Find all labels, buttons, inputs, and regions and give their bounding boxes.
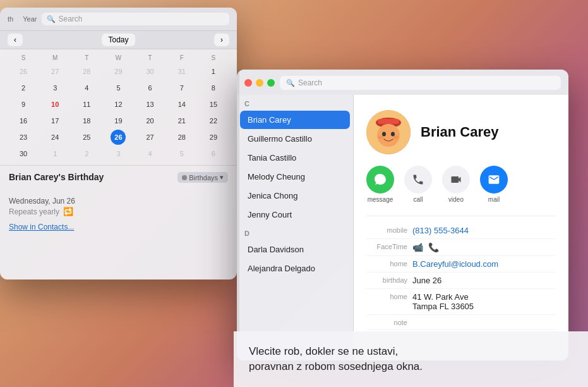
action-video[interactable]: video (442, 166, 470, 203)
contacts-search-icon: 🔍 (286, 79, 295, 87)
maximize-button[interactable] (267, 79, 275, 87)
action-message[interactable]: message (366, 166, 394, 203)
cal-cell[interactable]: 12 (111, 97, 126, 112)
video-icon (450, 173, 462, 186)
cal-prev-btn[interactable]: ‹ (8, 34, 23, 46)
cal-cell[interactable]: 5 (111, 80, 126, 95)
mail-label: mail (488, 196, 500, 203)
contacts-search-bar[interactable]: 🔍 Search (280, 76, 561, 90)
cal-cell[interactable]: 11 (79, 97, 94, 112)
contact-item-darla-davidson[interactable]: Darla Davidson (240, 240, 350, 259)
cal-nav-period: th Year (8, 15, 37, 23)
cal-cell[interactable]: 29 (111, 64, 126, 79)
cal-cell[interactable]: 28 (174, 130, 189, 145)
contacts-body: C Brian Carey Guillermo Castillo Tania C… (237, 95, 568, 360)
cal-week-2: 2 3 4 5 6 7 8 (8, 80, 229, 95)
cal-cell[interactable]: 6 (143, 80, 158, 95)
field-value-mobile[interactable]: (813) 555-3644 (412, 226, 469, 235)
cal-cell[interactable]: 24 (47, 130, 63, 145)
contact-item-melody-cheung[interactable]: Melody Cheung (240, 168, 350, 186)
contacts-list: C Brian Carey Guillermo Castillo Tania C… (237, 95, 354, 360)
message-icon (373, 173, 387, 187)
cal-cell[interactable]: 4 (79, 80, 94, 95)
cal-cell[interactable]: 2 (79, 146, 94, 161)
cal-cell[interactable]: 23 (16, 130, 31, 145)
field-note: note (366, 315, 556, 330)
action-call[interactable]: call (404, 166, 432, 203)
contact-item-jenica-chong[interactable]: Jenica Chong (240, 187, 350, 205)
cal-repeat-icon: 🔁 (63, 207, 73, 216)
call-icon-circle (404, 166, 432, 194)
cal-cell[interactable]: 17 (47, 113, 63, 128)
cal-cell[interactable]: 30 (16, 146, 31, 161)
facetime-phone-icon[interactable]: 📞 (428, 242, 439, 252)
cal-day-t1: T (71, 54, 102, 61)
cal-week-5: 23 24 25 26 27 28 29 (8, 130, 229, 145)
show-in-contacts-link[interactable]: Show in Contacts... (9, 223, 74, 231)
cal-cell[interactable]: 30 (143, 64, 158, 79)
cal-day-w: W (102, 54, 134, 61)
cal-cell[interactable]: 4 (143, 146, 158, 161)
svg-point-5 (391, 132, 395, 137)
detail-actions: message call video (366, 166, 556, 203)
cal-cell[interactable]: 7 (174, 80, 189, 95)
cal-week-1: 26 27 28 29 30 31 1 (8, 64, 229, 79)
cal-cell[interactable]: 25 (79, 130, 94, 145)
cal-cell[interactable]: 18 (79, 113, 94, 128)
cal-cell[interactable]: 22 (206, 113, 221, 128)
field-birthday: birthday June 26 (366, 273, 556, 289)
cal-cell[interactable]: 3 (111, 146, 126, 161)
cal-cell[interactable]: 3 (47, 80, 63, 95)
cal-cell[interactable]: 16 (16, 113, 31, 128)
contact-item-guillermo-castillo[interactable]: Guillermo Castillo (240, 130, 350, 148)
cal-cell[interactable]: 5 (174, 146, 189, 161)
cal-cell[interactable]: 28 (79, 64, 94, 79)
call-label: call (413, 196, 423, 203)
cal-cell[interactable]: 9 (16, 97, 31, 112)
cal-cell[interactable]: 13 (143, 97, 158, 112)
action-mail[interactable]: mail (480, 166, 508, 203)
svg-point-7 (393, 136, 399, 139)
traffic-lights (244, 79, 275, 87)
cal-today-btn[interactable]: Today (102, 34, 135, 46)
message-label: message (368, 196, 393, 203)
cal-calendar-label: Birthdays (189, 174, 218, 181)
contact-item-tania-castillo[interactable]: Tania Castillo (240, 149, 350, 167)
cal-cell-today[interactable]: 10 (47, 97, 63, 112)
cal-cell[interactable]: 1 (206, 64, 221, 79)
cal-next-btn[interactable]: › (214, 34, 229, 46)
section-header-c: C (237, 95, 353, 110)
cal-cell[interactable]: 26 (16, 64, 31, 79)
cal-day-s1: S (8, 54, 39, 61)
cal-cell[interactable]: 14 (174, 97, 189, 112)
cal-days-header: S M T W T F S (8, 54, 229, 61)
message-icon-circle (366, 166, 394, 194)
cal-cell[interactable]: 8 (206, 80, 221, 95)
cal-cell[interactable]: 31 (174, 64, 189, 79)
close-button[interactable] (244, 79, 252, 87)
contact-item-jenny-court[interactable]: Jenny Court (240, 206, 350, 224)
facetime-video-icon[interactable]: 📹 (412, 242, 423, 252)
calendar-search-bar[interactable]: 🔍 Search (42, 13, 229, 25)
cal-cell[interactable]: 6 (206, 146, 221, 161)
cal-cell[interactable]: 27 (143, 130, 158, 145)
mail-icon-circle (480, 166, 508, 194)
birthday-dot-icon (182, 175, 187, 180)
cal-cell[interactable]: 15 (206, 97, 221, 112)
field-value-home-email[interactable]: B.Careyful@icloud.com (412, 259, 498, 269)
contact-item-brian-carey[interactable]: Brian Carey (240, 111, 350, 129)
cal-cell[interactable]: 29 (206, 130, 221, 145)
svg-point-3 (377, 124, 400, 147)
cal-cell[interactable]: 27 (47, 64, 63, 79)
cal-cell[interactable]: 1 (47, 146, 63, 161)
contact-detail-name: Brian Carey (421, 124, 499, 140)
minimize-button[interactable] (256, 79, 263, 87)
cal-cell[interactable]: 19 (111, 113, 126, 128)
resize-handle[interactable] (237, 70, 239, 360)
cal-cell[interactable]: 2 (16, 80, 31, 95)
field-home-address: home 41 W. Park AveTampa FL 33605 (366, 289, 556, 315)
contact-item-alejandra-delgado[interactable]: Alejandra Delgado (240, 259, 350, 278)
cal-cell[interactable]: 20 (143, 113, 158, 128)
cal-cell[interactable]: 21 (174, 113, 189, 128)
cal-cell-selected[interactable]: 26 (111, 130, 126, 145)
